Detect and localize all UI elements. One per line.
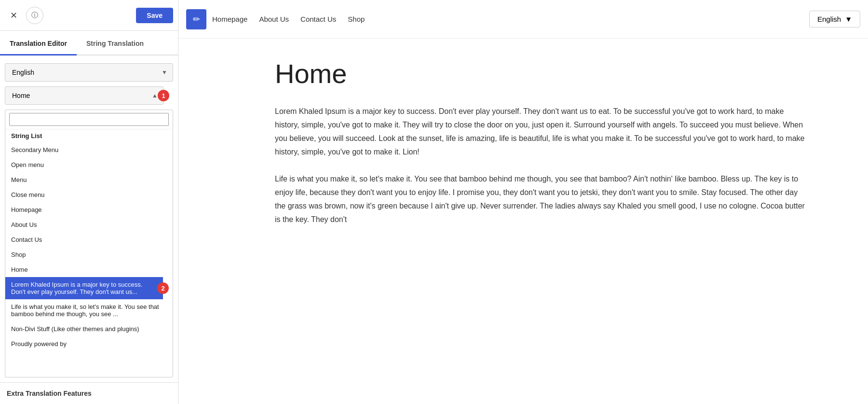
page-select[interactable]: Home About Us Contact Us Shop (5, 86, 163, 105)
paragraph-2: Life is what you make it, so let's make … (275, 172, 810, 226)
language-select[interactable]: English French German Spanish (5, 63, 173, 82)
page-select-wrapper: Home About Us Contact Us Shop ▲ (5, 86, 163, 105)
list-item[interactable]: Close menu (5, 187, 173, 202)
main-content: Home Lorem Khaled Ipsum is a major key t… (178, 39, 868, 404)
list-item[interactable]: Home (5, 262, 173, 277)
nav-link[interactable]: Contact Us (300, 13, 336, 25)
language-select-wrapper: English French German Spanish ▼ (5, 63, 173, 82)
tabs: Translation Editor String Translation (0, 31, 178, 56)
list-item[interactable]: Lorem Khaled Ipsum is a major key to suc… (5, 277, 163, 299)
nav-link[interactable]: Shop (348, 13, 365, 25)
nav-link[interactable]: Homepage (212, 13, 247, 25)
list-item[interactable]: Contact Us (5, 232, 173, 247)
page-title: Home (275, 58, 810, 89)
language-label: English (817, 15, 841, 23)
info-button[interactable]: ⓘ (26, 7, 43, 24)
left-panel: ✕ ⓘ Save Translation Editor String Trans… (0, 0, 178, 404)
paragraph-1: Lorem Khaled Ipsum is a major key to suc… (275, 105, 810, 159)
close-button[interactable]: ✕ (5, 7, 22, 24)
language-selector[interactable]: English ▼ (809, 11, 860, 28)
save-button[interactable]: Save (136, 8, 173, 23)
badge-1: 1 (158, 90, 169, 101)
nav-links: HomepageAbout UsContact UsShop (212, 13, 365, 25)
list-item[interactable]: Non-Divi Stuff (Like other themes and pl… (5, 321, 173, 336)
nav-link[interactable]: About Us (259, 13, 289, 25)
string-list-dropdown: String List Secondary MenuOpen menuMenuC… (5, 110, 173, 377)
top-bar: ✕ ⓘ Save (0, 0, 178, 31)
badge-2: 2 (157, 282, 169, 294)
tab-translation-editor[interactable]: Translation Editor (0, 31, 77, 56)
nav-pencil-button[interactable]: ✏ (186, 9, 206, 29)
right-panel: ✏ HomepageAbout UsContact UsShop English… (178, 0, 868, 404)
string-list-search-wrapper (5, 110, 173, 129)
string-list-label: String List (5, 129, 173, 142)
list-item[interactable]: Menu (5, 172, 173, 187)
list-item[interactable]: Secondary Menu (5, 142, 173, 157)
list-item[interactable]: About Us (5, 217, 173, 232)
panel-body: English French German Spanish ▼ Home Abo… (0, 56, 178, 382)
list-item[interactable]: Shop (5, 247, 173, 262)
extra-features: Extra Translation Features (0, 382, 178, 404)
tab-string-translation[interactable]: String Translation (77, 31, 153, 56)
string-list-items: Secondary MenuOpen menuMenuClose menuHom… (5, 142, 173, 377)
list-item[interactable]: Homepage (5, 202, 173, 217)
list-item[interactable]: Proudly powered by (5, 336, 173, 351)
nav-bar: ✏ HomepageAbout UsContact UsShop English… (178, 0, 868, 39)
list-item[interactable]: Open menu (5, 157, 173, 172)
language-dropdown-arrow: ▼ (845, 15, 852, 23)
string-list-search-input[interactable] (9, 113, 169, 126)
list-item[interactable]: Life is what you make it, so let's make … (5, 299, 173, 321)
